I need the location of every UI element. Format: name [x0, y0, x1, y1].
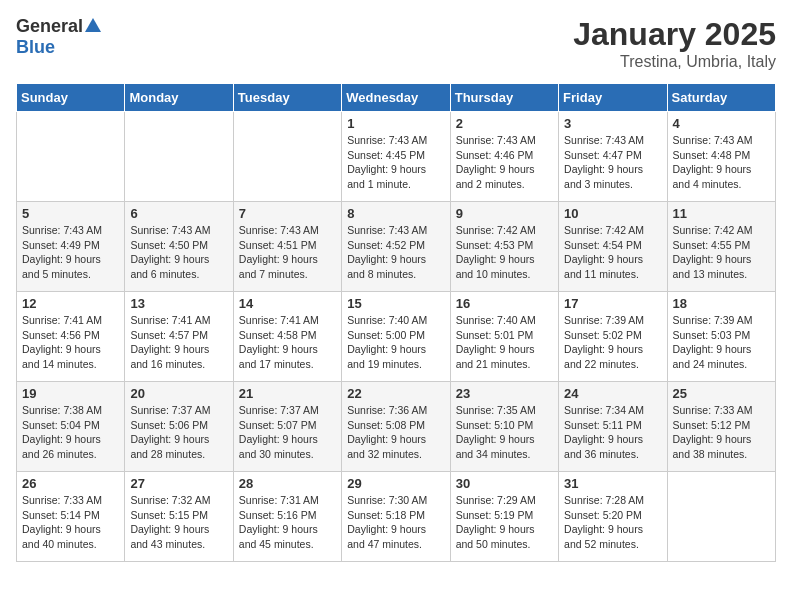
day-number: 18	[673, 296, 770, 311]
day-number: 19	[22, 386, 119, 401]
day-info: Sunrise: 7:39 AM Sunset: 5:03 PM Dayligh…	[673, 313, 770, 372]
calendar-cell: 15Sunrise: 7:40 AM Sunset: 5:00 PM Dayli…	[342, 292, 450, 382]
day-info: Sunrise: 7:43 AM Sunset: 4:47 PM Dayligh…	[564, 133, 661, 192]
title-area: January 2025 Trestina, Umbria, Italy	[573, 16, 776, 71]
day-number: 20	[130, 386, 227, 401]
day-number: 28	[239, 476, 336, 491]
calendar-cell: 18Sunrise: 7:39 AM Sunset: 5:03 PM Dayli…	[667, 292, 775, 382]
calendar-cell: 29Sunrise: 7:30 AM Sunset: 5:18 PM Dayli…	[342, 472, 450, 562]
day-info: Sunrise: 7:34 AM Sunset: 5:11 PM Dayligh…	[564, 403, 661, 462]
calendar-cell: 24Sunrise: 7:34 AM Sunset: 5:11 PM Dayli…	[559, 382, 667, 472]
svg-marker-0	[85, 18, 101, 32]
day-number: 7	[239, 206, 336, 221]
day-number: 23	[456, 386, 553, 401]
day-info: Sunrise: 7:42 AM Sunset: 4:55 PM Dayligh…	[673, 223, 770, 282]
day-info: Sunrise: 7:33 AM Sunset: 5:14 PM Dayligh…	[22, 493, 119, 552]
calendar-cell: 22Sunrise: 7:36 AM Sunset: 5:08 PM Dayli…	[342, 382, 450, 472]
day-info: Sunrise: 7:43 AM Sunset: 4:52 PM Dayligh…	[347, 223, 444, 282]
day-number: 22	[347, 386, 444, 401]
calendar-cell: 11Sunrise: 7:42 AM Sunset: 4:55 PM Dayli…	[667, 202, 775, 292]
day-number: 24	[564, 386, 661, 401]
day-number: 31	[564, 476, 661, 491]
day-info: Sunrise: 7:40 AM Sunset: 5:00 PM Dayligh…	[347, 313, 444, 372]
day-info: Sunrise: 7:28 AM Sunset: 5:20 PM Dayligh…	[564, 493, 661, 552]
day-info: Sunrise: 7:32 AM Sunset: 5:15 PM Dayligh…	[130, 493, 227, 552]
day-info: Sunrise: 7:43 AM Sunset: 4:46 PM Dayligh…	[456, 133, 553, 192]
day-number: 16	[456, 296, 553, 311]
calendar-cell: 10Sunrise: 7:42 AM Sunset: 4:54 PM Dayli…	[559, 202, 667, 292]
day-info: Sunrise: 7:37 AM Sunset: 5:06 PM Dayligh…	[130, 403, 227, 462]
calendar-cell: 12Sunrise: 7:41 AM Sunset: 4:56 PM Dayli…	[17, 292, 125, 382]
calendar-cell: 17Sunrise: 7:39 AM Sunset: 5:02 PM Dayli…	[559, 292, 667, 382]
day-number: 29	[347, 476, 444, 491]
weekday-header-sunday: Sunday	[17, 84, 125, 112]
weekday-header-wednesday: Wednesday	[342, 84, 450, 112]
day-info: Sunrise: 7:35 AM Sunset: 5:10 PM Dayligh…	[456, 403, 553, 462]
day-info: Sunrise: 7:41 AM Sunset: 4:57 PM Dayligh…	[130, 313, 227, 372]
calendar-cell: 6Sunrise: 7:43 AM Sunset: 4:50 PM Daylig…	[125, 202, 233, 292]
day-info: Sunrise: 7:38 AM Sunset: 5:04 PM Dayligh…	[22, 403, 119, 462]
weekday-header-monday: Monday	[125, 84, 233, 112]
weekday-header-thursday: Thursday	[450, 84, 558, 112]
calendar-cell: 13Sunrise: 7:41 AM Sunset: 4:57 PM Dayli…	[125, 292, 233, 382]
day-number: 12	[22, 296, 119, 311]
day-number: 3	[564, 116, 661, 131]
calendar-cell: 7Sunrise: 7:43 AM Sunset: 4:51 PM Daylig…	[233, 202, 341, 292]
day-number: 2	[456, 116, 553, 131]
location-title: Trestina, Umbria, Italy	[573, 53, 776, 71]
week-row-3: 12Sunrise: 7:41 AM Sunset: 4:56 PM Dayli…	[17, 292, 776, 382]
calendar-cell: 30Sunrise: 7:29 AM Sunset: 5:19 PM Dayli…	[450, 472, 558, 562]
calendar-cell: 19Sunrise: 7:38 AM Sunset: 5:04 PM Dayli…	[17, 382, 125, 472]
calendar-cell	[125, 112, 233, 202]
calendar-cell: 21Sunrise: 7:37 AM Sunset: 5:07 PM Dayli…	[233, 382, 341, 472]
week-row-5: 26Sunrise: 7:33 AM Sunset: 5:14 PM Dayli…	[17, 472, 776, 562]
calendar-cell	[17, 112, 125, 202]
day-number: 11	[673, 206, 770, 221]
calendar-cell	[667, 472, 775, 562]
calendar-cell	[233, 112, 341, 202]
day-info: Sunrise: 7:43 AM Sunset: 4:49 PM Dayligh…	[22, 223, 119, 282]
day-info: Sunrise: 7:41 AM Sunset: 4:58 PM Dayligh…	[239, 313, 336, 372]
calendar-cell: 14Sunrise: 7:41 AM Sunset: 4:58 PM Dayli…	[233, 292, 341, 382]
week-row-2: 5Sunrise: 7:43 AM Sunset: 4:49 PM Daylig…	[17, 202, 776, 292]
logo-blue: Blue	[16, 37, 55, 57]
day-number: 15	[347, 296, 444, 311]
calendar-cell: 31Sunrise: 7:28 AM Sunset: 5:20 PM Dayli…	[559, 472, 667, 562]
day-number: 27	[130, 476, 227, 491]
day-info: Sunrise: 7:43 AM Sunset: 4:51 PM Dayligh…	[239, 223, 336, 282]
logo-triangle	[85, 18, 101, 36]
day-number: 10	[564, 206, 661, 221]
calendar-cell: 26Sunrise: 7:33 AM Sunset: 5:14 PM Dayli…	[17, 472, 125, 562]
calendar-cell: 27Sunrise: 7:32 AM Sunset: 5:15 PM Dayli…	[125, 472, 233, 562]
day-info: Sunrise: 7:41 AM Sunset: 4:56 PM Dayligh…	[22, 313, 119, 372]
day-info: Sunrise: 7:43 AM Sunset: 4:50 PM Dayligh…	[130, 223, 227, 282]
day-info: Sunrise: 7:33 AM Sunset: 5:12 PM Dayligh…	[673, 403, 770, 462]
day-number: 21	[239, 386, 336, 401]
calendar-cell: 25Sunrise: 7:33 AM Sunset: 5:12 PM Dayli…	[667, 382, 775, 472]
day-number: 1	[347, 116, 444, 131]
day-info: Sunrise: 7:43 AM Sunset: 4:48 PM Dayligh…	[673, 133, 770, 192]
calendar-cell: 8Sunrise: 7:43 AM Sunset: 4:52 PM Daylig…	[342, 202, 450, 292]
day-number: 5	[22, 206, 119, 221]
calendar-cell: 28Sunrise: 7:31 AM Sunset: 5:16 PM Dayli…	[233, 472, 341, 562]
weekday-header-tuesday: Tuesday	[233, 84, 341, 112]
calendar-cell: 4Sunrise: 7:43 AM Sunset: 4:48 PM Daylig…	[667, 112, 775, 202]
day-number: 6	[130, 206, 227, 221]
calendar-cell: 5Sunrise: 7:43 AM Sunset: 4:49 PM Daylig…	[17, 202, 125, 292]
week-row-4: 19Sunrise: 7:38 AM Sunset: 5:04 PM Dayli…	[17, 382, 776, 472]
day-info: Sunrise: 7:43 AM Sunset: 4:45 PM Dayligh…	[347, 133, 444, 192]
day-number: 8	[347, 206, 444, 221]
header: General Blue January 2025 Trestina, Umbr…	[16, 16, 776, 71]
day-number: 13	[130, 296, 227, 311]
day-number: 17	[564, 296, 661, 311]
calendar-cell: 23Sunrise: 7:35 AM Sunset: 5:10 PM Dayli…	[450, 382, 558, 472]
day-info: Sunrise: 7:30 AM Sunset: 5:18 PM Dayligh…	[347, 493, 444, 552]
calendar-cell: 16Sunrise: 7:40 AM Sunset: 5:01 PM Dayli…	[450, 292, 558, 382]
day-info: Sunrise: 7:40 AM Sunset: 5:01 PM Dayligh…	[456, 313, 553, 372]
day-info: Sunrise: 7:42 AM Sunset: 4:54 PM Dayligh…	[564, 223, 661, 282]
day-number: 30	[456, 476, 553, 491]
day-number: 14	[239, 296, 336, 311]
day-number: 9	[456, 206, 553, 221]
day-info: Sunrise: 7:31 AM Sunset: 5:16 PM Dayligh…	[239, 493, 336, 552]
day-number: 4	[673, 116, 770, 131]
